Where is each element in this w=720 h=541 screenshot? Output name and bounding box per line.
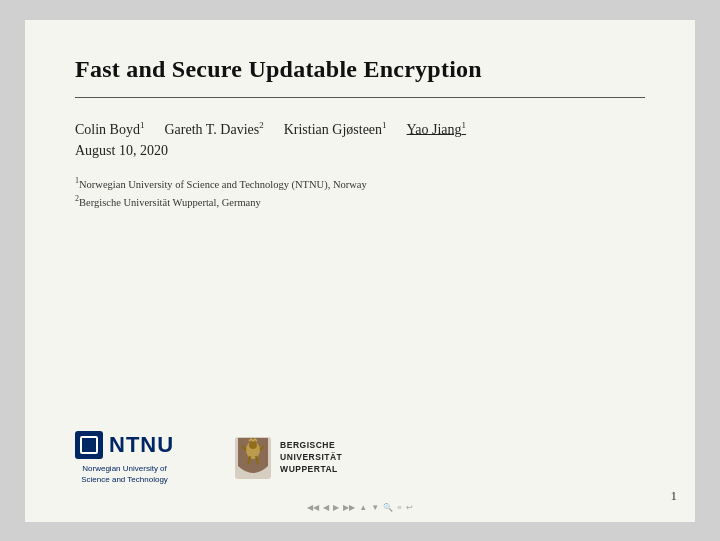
nav-last-icon[interactable]: ▶▶ (343, 503, 355, 512)
bergische-crest-icon (234, 436, 272, 480)
affiliations: 1Norwegian University of Science and Tec… (75, 175, 645, 212)
slide-number: 1 (671, 488, 678, 504)
nav-up-icon[interactable]: ▲ (359, 503, 367, 512)
slide-title: Fast and Secure Updatable Encryption (75, 56, 645, 83)
author-colin-boyd: Colin Boyd1 (75, 120, 144, 138)
affiliation-2: 2Bergische Universität Wuppertal, German… (75, 193, 645, 211)
ntnu-icon-row: NTNU (75, 431, 174, 459)
affiliation-1: 1Norwegian University of Science and Tec… (75, 175, 645, 193)
authors-line: Colin Boyd1 Gareth T. Davies2 Kristian G… (75, 120, 645, 138)
nav-undo-icon[interactable]: ↩ (406, 503, 413, 512)
author-kristian-gjosteen: Kristian Gjøsteen1 (284, 120, 387, 138)
ntnu-square-icon (75, 431, 103, 459)
author-yao-jiang: Yao Jiang1 (407, 120, 466, 138)
logos-area: NTNU Norwegian University of Science and… (75, 431, 645, 491)
bergische-logo: BERGISCHE UNIVERSITÄT WUPPERTAL (234, 436, 342, 480)
bergische-name-line3: WUPPERTAL (280, 464, 342, 476)
nav-bar: ◀◀ ◀ ▶ ▶▶ ▲ ▼ 🔍 ≡ ↩ (25, 503, 695, 512)
bergische-name-line1: BERGISCHE (280, 440, 342, 452)
bergische-text: BERGISCHE UNIVERSITÄT WUPPERTAL (280, 440, 342, 476)
nav-menu-icon[interactable]: ≡ (397, 503, 402, 512)
ntnu-text: NTNU (109, 432, 174, 458)
ntnu-subtitle: Norwegian University of Science and Tech… (81, 463, 168, 485)
nav-down-icon[interactable]: ▼ (371, 503, 379, 512)
svg-point-2 (249, 441, 257, 449)
nav-search-icon[interactable]: 🔍 (383, 503, 393, 512)
title-divider (75, 97, 645, 98)
nav-first-icon[interactable]: ◀◀ (307, 503, 319, 512)
nav-next-icon[interactable]: ▶ (333, 503, 339, 512)
ntnu-inner-square (80, 436, 98, 454)
slide: Fast and Secure Updatable Encryption Col… (25, 20, 695, 522)
bergische-name-line2: UNIVERSITÄT (280, 452, 342, 464)
nav-prev-icon[interactable]: ◀ (323, 503, 329, 512)
author-gareth-davies: Gareth T. Davies2 (164, 120, 263, 138)
ntnu-logo: NTNU Norwegian University of Science and… (75, 431, 174, 485)
date-line: August 10, 2020 (75, 143, 645, 159)
